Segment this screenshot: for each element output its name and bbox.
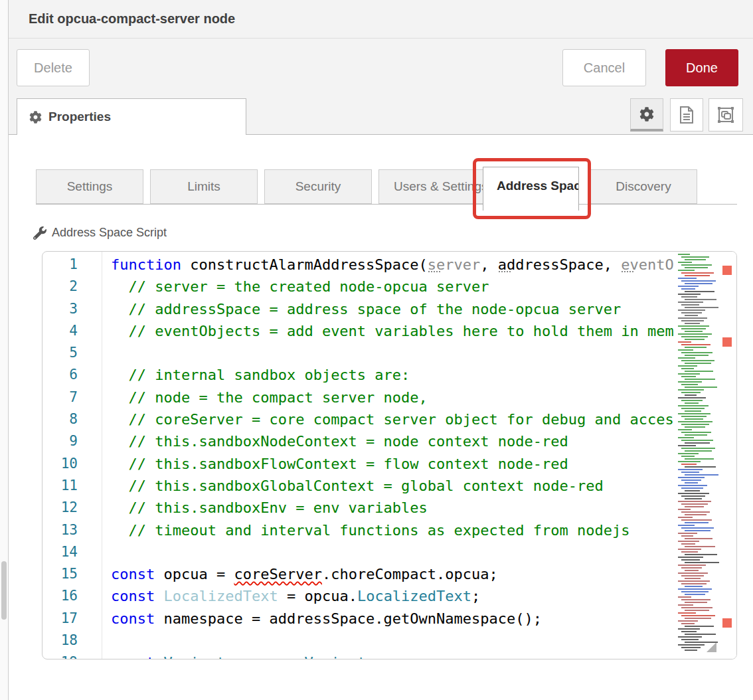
cog-icon: [639, 107, 654, 122]
line-number: 19: [42, 652, 78, 659]
line-number: 11: [42, 475, 78, 497]
section-label-text: Address Space Script: [52, 226, 167, 240]
code-line: // this.sandboxEnv = env variables: [111, 497, 677, 519]
code-line: // this.sandboxNodeContext = node contex…: [111, 430, 677, 452]
description-tool-button[interactable]: [670, 98, 703, 131]
error-marker: [722, 618, 732, 628]
code-line: [111, 541, 677, 563]
line-number: 14: [42, 541, 78, 563]
line-number: 6: [42, 364, 78, 386]
dialog-toolbar: Delete Cancel Done: [9, 39, 753, 98]
line-number: 7: [42, 387, 78, 408]
code-line: function constructAlarmAddressSpace(serv…: [111, 254, 677, 276]
line-number: 13: [42, 519, 78, 541]
line-number: 15: [42, 563, 78, 585]
dialog-title: Edit opcua-compact-server node: [29, 0, 235, 38]
tab-settings[interactable]: Settings: [36, 169, 143, 204]
editor-code[interactable]: function constructAlarmAddressSpace(serv…: [111, 254, 677, 659]
line-number: 5: [42, 342, 78, 364]
tab-discovery[interactable]: Discovery: [590, 169, 697, 204]
line-number: 16: [42, 585, 78, 607]
line-number: 3: [42, 298, 78, 320]
appearance-tool-button[interactable]: [709, 98, 743, 131]
wrench-icon: [33, 226, 46, 240]
left-rail: [0, 0, 9, 700]
error-marker: [722, 266, 732, 275]
tab-properties[interactable]: Properties: [17, 98, 246, 135]
tab-address-space[interactable]: Address Space: [483, 167, 579, 211]
delete-button[interactable]: Delete: [17, 49, 90, 86]
line-number: 1: [42, 254, 78, 276]
done-button[interactable]: Done: [665, 49, 738, 86]
vertical-scrollbar-thumb[interactable]: [1, 561, 7, 620]
code-line: // node = the compact server node,: [111, 387, 677, 408]
code-line: const Variant = opcua.Variant;: [111, 652, 677, 659]
line-number: 2: [42, 276, 78, 298]
resize-grip[interactable]: [707, 642, 716, 652]
file-text-icon: [679, 106, 695, 124]
editor-ruler: [720, 252, 736, 659]
code-line: [111, 630, 677, 652]
address-space-script-label: Address Space Script: [33, 226, 167, 240]
line-number: 10: [42, 453, 78, 475]
tab-limits[interactable]: Limits: [150, 169, 258, 204]
code-editor[interactable]: 12345678910111213141516171819 function c…: [42, 251, 737, 659]
cancel-button[interactable]: Cancel: [562, 49, 646, 86]
code-line: // this.sandboxGlobalContext = global co…: [111, 475, 677, 497]
code-line: // this.sandboxFlowContext = flow contex…: [111, 453, 677, 475]
main-tabbar: Properties: [9, 98, 753, 135]
properties-tool-button[interactable]: [630, 98, 663, 131]
appearance-icon: [717, 106, 734, 124]
error-marker: [722, 337, 732, 347]
line-number: 18: [42, 630, 78, 652]
line-number: 17: [42, 608, 78, 630]
line-number: 9: [42, 430, 78, 452]
line-number: 8: [42, 408, 78, 430]
code-line: // eventObjects = add event variables he…: [111, 320, 677, 342]
code-line: const LocalizedText = opcua.LocalizedTex…: [111, 585, 677, 607]
code-line: const opcua = coreServer.choreCompact.op…: [111, 563, 677, 585]
code-line: // coreServer = core compact server obje…: [111, 408, 677, 430]
line-number: 12: [42, 497, 78, 519]
tab-users-settings[interactable]: Users & Settings: [378, 169, 486, 204]
editor-gutter: 12345678910111213141516171819: [42, 252, 102, 659]
properties-tab-label: Properties: [48, 110, 111, 124]
code-line: [111, 342, 677, 364]
code-line: // timeout and interval functions as exp…: [111, 519, 677, 541]
code-line: // server = the created node-opcua serve…: [111, 276, 677, 298]
code-line: // addressSpace = address space of the n…: [111, 298, 677, 320]
tab-security[interactable]: Security: [264, 169, 372, 204]
code-line: const namespace = addressSpace.getOwnNam…: [111, 608, 677, 630]
settings-tab-row: Settings Limits Security Users & Setting…: [36, 169, 737, 205]
line-number: 4: [42, 320, 78, 342]
cog-icon: [29, 111, 42, 124]
dialog-header: Edit opcua-compact-server node: [9, 0, 753, 39]
code-line: // internal sandbox objects are:: [111, 364, 677, 386]
editor-minimap[interactable]: [677, 252, 720, 659]
